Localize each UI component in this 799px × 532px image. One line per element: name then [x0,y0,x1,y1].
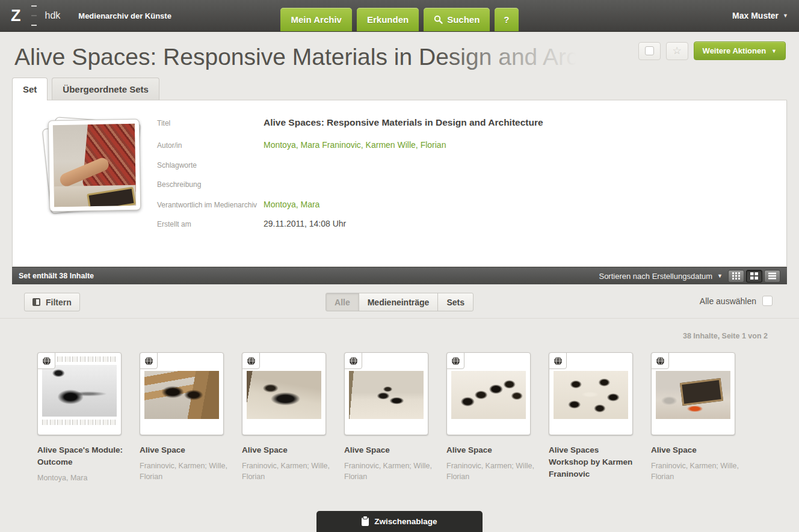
select-all-control: Alle auswählen [700,296,773,306]
field-erstellt-am-label: Erstellt am [157,220,264,228]
logo-hdk: hdk [45,10,61,21]
field-autor-value[interactable]: Montoya, Mara Franinovic, Karmen Wille, … [264,140,771,150]
field-schlagworte: Schlagworte [157,161,771,172]
filter-panel-icon [32,298,40,306]
nav-erkunden-label: Erkunden [367,14,409,25]
view-grid-large-button[interactable] [746,270,762,283]
field-autor-label: Autor/in [157,141,264,150]
card-title[interactable]: Alive Space [344,444,433,456]
media-thumbnail[interactable] [344,352,428,435]
visibility-badge [446,352,464,369]
nav-mein-archiv-label: Mein Archiv [291,14,341,25]
segment-sets[interactable]: Sets [437,293,474,311]
field-beschreibung-label: Beschreibung [157,180,264,189]
card-title[interactable]: Alive Space's Module: Outcome [37,444,126,468]
sort-dropdown[interactable]: Sortieren nach Erstellungsdatum ▼ [599,272,723,281]
results-grid: Alive Space's Module: Outcome Montoya, M… [0,340,799,485]
thumbnail-image [144,371,219,419]
segment-sets-label: Sets [446,298,464,307]
card-title[interactable]: Alive Space [651,444,740,456]
chevron-down-icon: ▼ [783,13,788,19]
result-card: Alive Space Franinovic, Karmen; Wille, F… [344,352,433,485]
media-thumbnail[interactable] [446,352,531,435]
select-checkbox-icon [645,46,654,55]
field-titel-value: Alive Spaces: Responsive Materials in De… [264,117,771,128]
page-title: Alive Spaces: Responsive Materials in De… [14,41,616,73]
zhdk-logo[interactable]: Z hdk Medienarchiv der Künste [11,5,171,26]
filter-button[interactable]: Filtern [24,293,80,311]
user-menu[interactable]: Max Muster ▼ [732,11,788,20]
zwischenablage-button[interactable]: Zwischenablage [316,511,483,532]
media-thumbnail[interactable] [242,352,326,435]
card-title[interactable]: Alive Spaces Workshop by Karmen Franinov… [549,444,638,480]
tab-set[interactable]: Set [12,78,48,100]
tab-bar: Set Übergeordnete Sets [12,78,799,100]
media-thumbnail[interactable] [651,352,735,435]
media-thumbnail-video[interactable] [37,352,122,435]
metadata-fields: Titel Alive Spaces: Responsive Materials… [157,117,771,238]
logo-z: Z [11,7,22,25]
top-navbar: Z hdk Medienarchiv der Künste Mein Archi… [0,0,799,32]
grid-small-icon [732,272,740,280]
set-detail-panel: Titel Alive Spaces: Responsive Materials… [12,100,787,267]
card-author: Montoya, Mara [37,472,126,483]
field-erstellt-am: Erstellt am 29.11.2011, 14:08 Uhr [157,219,771,230]
card-author: Franinovic, Karmen; Wille, Florian [446,460,535,482]
card-title[interactable]: Alive Space [446,444,535,456]
thumbnail-image [451,371,526,419]
set-cover-photo [53,124,136,207]
select-all-checkbox[interactable] [762,296,773,306]
star-icon: ☆ [672,46,681,56]
media-thumbnail[interactable] [140,352,224,435]
card-author: Franinovic, Karmen; Wille, Florian [140,460,229,482]
segment-alle[interactable]: Alle [325,293,359,311]
field-verantwortlich-label: Verantwortlich im Medienarchiv [157,201,264,209]
card-author: Franinovic, Karmen; Wille, Florian [344,460,433,482]
nav-suchen-button[interactable]: Suchen [424,8,490,31]
view-grid-small-button[interactable] [728,270,744,283]
stack-front-card [48,119,141,212]
nav-help-button[interactable]: ? [495,8,518,31]
segment-alle-label: Alle [335,298,350,307]
card-title[interactable]: Alive Space [242,444,331,456]
set-contents-bar: Set enthält 38 Inhalte Sortieren nach Er… [12,267,787,284]
card-title[interactable]: Alive Space [140,444,229,456]
thumbnail-image [247,371,321,419]
weitere-aktionen-button[interactable]: Weitere Aktionen ▼ [694,41,786,60]
media-thumbnail[interactable] [549,352,633,435]
main-nav: Mein Archiv Erkunden Suchen ? [280,8,518,31]
zwischenablage-label: Zwischenablage [374,517,437,526]
nav-suchen-label: Suchen [447,14,480,25]
view-list-button[interactable] [764,270,780,283]
set-thumbnail-stack[interactable] [39,114,143,217]
select-set-button[interactable] [638,42,661,60]
card-author: Franinovic, Karmen; Wille, Florian [242,460,331,482]
list-icon [768,272,776,280]
result-card: Alive Space Franinovic, Karmen; Wille, F… [651,352,740,485]
results-summary: 38 Inhalte, Seite 1 von 2 [0,319,799,340]
results-toolbar: Filtern Alle Medieneinträge Sets Alle au… [0,284,799,319]
title-actions: ☆ Weitere Aktionen ▼ [638,41,786,60]
logo-divider [31,5,37,26]
field-verantwortlich: Verantwortlich im Medienarchiv Montoya, … [157,200,771,210]
page-title-wrap: Alive Spaces: Responsive Materials in De… [14,41,616,73]
thumbnail-image [42,365,117,417]
tab-uebergeordnete-sets[interactable]: Übergeordnete Sets [52,78,159,100]
select-all-label: Alle auswählen [700,296,756,306]
field-verantwortlich-value[interactable]: Montoya, Mara [264,200,771,209]
nav-mein-archiv-button[interactable]: Mein Archiv [280,8,351,31]
result-card: Alive Space Franinovic, Karmen; Wille, F… [140,352,229,485]
search-icon [434,15,443,24]
field-erstellt-am-value: 29.11.2011, 14:08 Uhr [264,219,771,228]
chevron-down-icon: ▼ [771,48,777,54]
result-card: Alive Spaces Workshop by Karmen Franinov… [549,352,638,485]
tab-set-label: Set [23,84,37,94]
nav-help-label: ? [504,14,509,25]
result-card: Alive Space Franinovic, Karmen; Wille, F… [446,352,535,485]
chevron-down-icon: ▼ [717,273,723,279]
user-name: Max Muster [732,11,779,20]
visibility-badge [242,352,260,369]
nav-erkunden-button[interactable]: Erkunden [357,8,419,31]
favorite-button[interactable]: ☆ [666,42,688,60]
segment-medieneintraege[interactable]: Medieneinträge [359,293,439,311]
